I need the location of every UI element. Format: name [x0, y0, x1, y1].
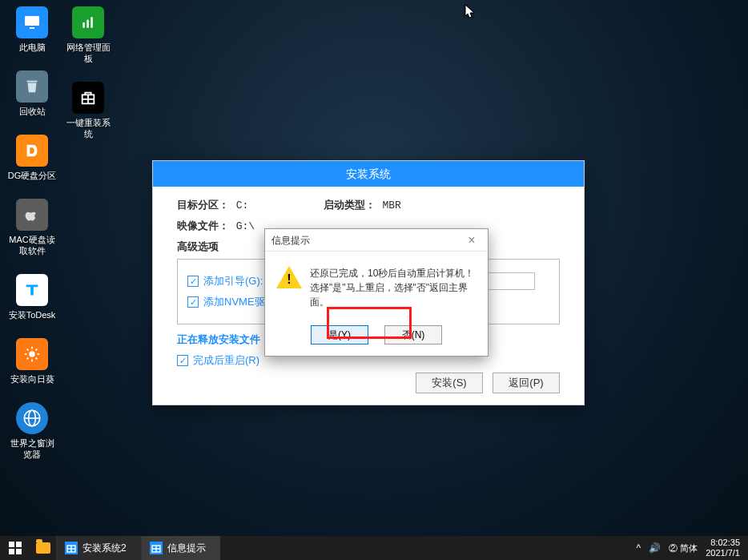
installer-titlebar[interactable]: 安装系统 [153, 161, 584, 187]
svg-rect-2 [27, 81, 38, 83]
sun-icon [16, 338, 48, 370]
desktop-icon-recycle-bin[interactable]: 回收站 [6, 71, 58, 117]
close-icon[interactable]: × [462, 229, 481, 252]
desktop-label: 安装ToDesk [9, 309, 56, 320]
yes-button[interactable]: 是(Y) [311, 325, 368, 344]
reinstall-icon [72, 82, 104, 114]
image-file-value: G:\ [236, 220, 255, 232]
svg-rect-15 [82, 22, 85, 28]
svg-point-3 [29, 351, 34, 357]
taskbar-item-info-dialog[interactable]: 信息提示 [141, 536, 220, 560]
clock-date: 2021/7/1 [706, 548, 740, 558]
target-partition-value: C: [236, 199, 249, 212]
taskbar-item-label: 安装系统2 [82, 542, 127, 555]
bin-icon [16, 71, 48, 103]
no-button[interactable]: 否(N) [384, 325, 442, 344]
svg-rect-1 [30, 27, 34, 29]
desktop-label: 网络管理面板 [62, 42, 114, 64]
desktop-icon-reinstall[interactable]: 一键重装系统 [62, 82, 114, 139]
desktop-label: 安装向日葵 [10, 373, 54, 385]
boot-type-value: MBR [382, 199, 400, 212]
mac-icon [16, 199, 48, 231]
taskbar-item-label: 信息提示 [167, 542, 206, 555]
svg-line-10 [27, 358, 29, 360]
svg-line-9 [36, 358, 38, 360]
desktop-icon-todesk[interactable]: 安装ToDesk [6, 274, 58, 320]
taskbar-item-installer[interactable]: 安装系统2 [56, 536, 141, 560]
svg-line-11 [36, 349, 38, 351]
desktop-icon-browser[interactable]: 世界之窗浏览器 [6, 402, 58, 460]
desktop-icon-this-pc[interactable]: 此电脑 [6, 6, 58, 53]
checkbox-icon: ✓ [187, 296, 199, 308]
svg-rect-17 [90, 17, 93, 27]
svg-rect-0 [25, 16, 39, 26]
desktop-label: 一键重装系统 [62, 117, 114, 139]
info-dialog: 信息提示 × 还原已完成，10秒后自动重启计算机！ 选择"是"马上重启，选择"否… [264, 228, 489, 357]
checkbox-label: 添加NVME驱 [203, 295, 265, 309]
tray-chevron-icon[interactable]: ^ [636, 542, 641, 554]
desktop-icon-mac-disk[interactable]: MAC硬盘读取软件 [6, 199, 58, 256]
boot-type-label: 启动类型： [324, 198, 380, 212]
target-partition-label: 目标分区： [177, 198, 233, 212]
pc-icon [16, 6, 48, 38]
desktop-label: 回收站 [19, 106, 46, 117]
image-file-label: 映像文件： [177, 219, 233, 233]
clock-time: 8:02:35 [706, 538, 740, 548]
tray-speaker-icon[interactable]: 🔊 [649, 542, 661, 554]
tray-ime-indicator[interactable]: ② 简体 [669, 542, 698, 554]
globe-icon [16, 402, 48, 434]
system-tray: ^ 🔊 ② 简体 8:02:35 2021/7/1 [636, 536, 748, 560]
back-button[interactable]: 返回(P) [493, 373, 560, 393]
app-icon [65, 542, 78, 554]
desktop-label: DG硬盘分区 [8, 170, 57, 181]
folder-icon [36, 542, 50, 554]
dialog-titlebar[interactable]: 信息提示 × [265, 229, 488, 252]
checkbox-icon: ✓ [177, 355, 188, 366]
checkbox-icon: ✓ [187, 276, 199, 287]
taskbar: 安装系统2 信息提示 ^ 🔊 ② 简体 8:02:35 2021/7/1 [0, 536, 748, 560]
desktop-icon-sunflower[interactable]: 安装向日葵 [6, 338, 58, 385]
dialog-message: 还原已完成，10秒后自动重启计算机！ 选择"是"马上重启，选择"否"返回主界面。 [310, 266, 477, 309]
desktop-label: 世界之窗浏览器 [6, 437, 58, 460]
app-icon [150, 542, 163, 554]
tray-clock[interactable]: 8:02:35 2021/7/1 [706, 538, 745, 558]
todesk-icon [16, 274, 48, 306]
dialog-line1: 还原已完成，10秒后自动重启计算机！ [310, 266, 477, 280]
dialog-title-text: 信息提示 [271, 229, 310, 252]
desktop-icon-net-panel[interactable]: 网络管理面板 [62, 6, 114, 64]
warning-icon [276, 266, 302, 292]
checkbox-label: 添加引导(G): [203, 274, 263, 288]
install-button[interactable]: 安装(S) [416, 373, 483, 393]
taskbar-file-explorer[interactable] [30, 536, 56, 560]
net-icon [72, 6, 104, 38]
desktop-label: 此电脑 [19, 42, 46, 53]
svg-line-8 [27, 349, 29, 351]
svg-rect-16 [86, 20, 89, 28]
checkbox-label: 完成后重启(R) [193, 353, 259, 368]
windows-icon [9, 542, 22, 554]
dialog-line2: 选择"是"马上重启，选择"否"返回主界面。 [310, 280, 477, 309]
desktop-icon-dg[interactable]: DG硬盘分区 [6, 135, 58, 181]
dg-icon [16, 135, 48, 167]
desktop-label: MAC硬盘读取软件 [6, 234, 58, 256]
start-button[interactable] [0, 536, 30, 560]
